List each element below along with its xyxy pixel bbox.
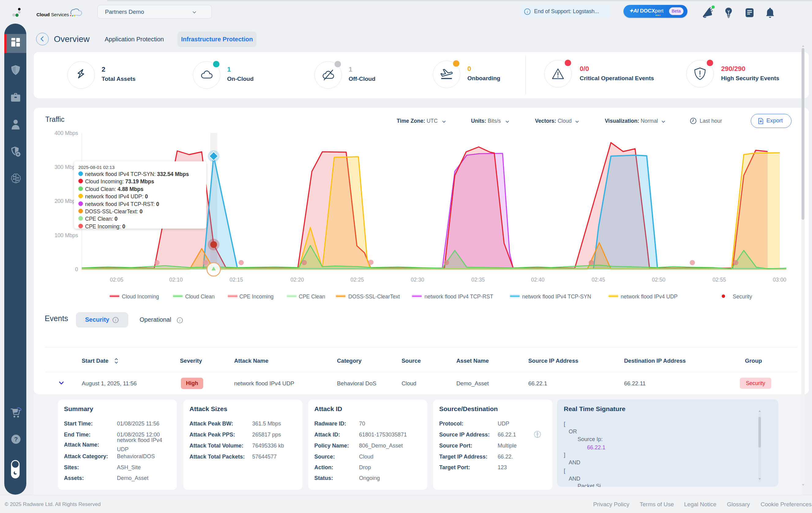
svg-text:02:10: 02:10 [169,277,183,283]
svg-text:02:35: 02:35 [471,277,485,283]
svg-text:02:20: 02:20 [290,277,304,283]
svg-text:400 Mbps: 400 Mbps [55,130,78,136]
svg-text:02:50: 02:50 [652,277,665,283]
svg-text:03:00: 03:00 [773,277,786,283]
svg-text:i: i [115,318,116,322]
svg-text:02:30: 02:30 [411,277,424,283]
svg-text:02:15: 02:15 [230,277,243,283]
svg-text:02:25: 02:25 [350,277,364,283]
svg-text:0: 0 [75,266,78,273]
svg-text:100 Mbps: 100 Mbps [55,232,78,238]
svg-text:i: i [527,9,528,14]
svg-text:?: ? [14,436,18,443]
svg-text:02:45: 02:45 [591,277,605,283]
svg-text:02:55: 02:55 [713,277,726,283]
svg-text:02:40: 02:40 [531,277,545,283]
svg-text:i: i [179,318,181,323]
svg-text:02:05: 02:05 [110,277,123,283]
